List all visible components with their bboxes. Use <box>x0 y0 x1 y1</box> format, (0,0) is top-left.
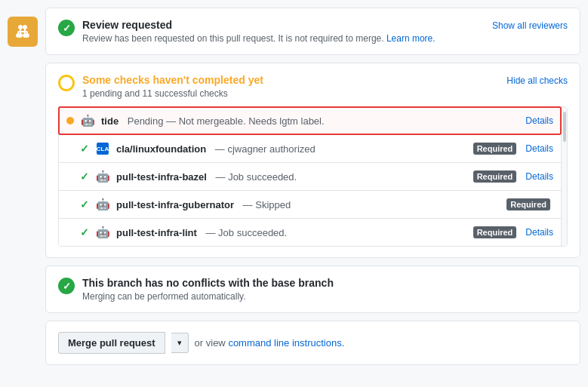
tide-name: tide <box>101 115 119 127</box>
gubernator-status-check: ✓ <box>80 198 89 210</box>
check-item-cla: ✓ CLA cla/linuxfoundation — cjwagner aut… <box>59 135 567 163</box>
branch-title: This branch has no conflicts with the ba… <box>82 277 334 289</box>
lint-status-check: ✓ <box>80 226 89 238</box>
check-item-tide: 🤖 tide Pending — Not mergeable. Needs lg… <box>59 107 567 135</box>
checks-subtitle: 1 pending and 11 successful checks <box>82 88 263 99</box>
hide-all-checks-link[interactable]: Hide all checks <box>506 75 568 86</box>
tide-details-link[interactable]: Details <box>525 115 553 126</box>
bazel-icon: 🤖 <box>95 169 110 184</box>
cla-icon: CLA <box>95 141 110 156</box>
checks-list-wrapper: 🤖 tide Pending — Not mergeable. Needs lg… <box>58 106 568 247</box>
show-all-reviewers-link[interactable]: Show all reviewers <box>492 20 568 31</box>
gubernator-name: pull-test-infra-gubernator <box>116 199 234 210</box>
gubernator-required-badge: Required <box>506 198 550 210</box>
checks-pending-icon <box>58 75 75 91</box>
gubernator-icon: 🤖 <box>95 197 110 212</box>
lint-details-link[interactable]: Details <box>525 227 553 238</box>
merge-dropdown-button[interactable]: ▾ <box>171 333 189 353</box>
branch-conflicts-card: ✓ This branch has no conflicts with the … <box>45 266 580 313</box>
bazel-name: pull-test-infra-bazel <box>116 171 207 183</box>
gubernator-desc: — Skipped <box>240 199 291 210</box>
checks-card: Some checks haven't completed yet 1 pend… <box>45 63 580 258</box>
lint-required-badge: Required <box>473 226 517 238</box>
command-line-instructions-link[interactable]: command line instructions. <box>228 337 344 349</box>
bazel-status-check: ✓ <box>80 170 89 183</box>
check-item-gubernator: ✓ 🤖 pull-test-infra-gubernator — Skipped… <box>59 191 567 219</box>
bazel-desc: — Job succeeded. <box>213 171 297 183</box>
review-subtitle: Review has been requested on this pull r… <box>82 33 436 44</box>
tide-icon: 🤖 <box>80 113 95 128</box>
lint-icon: 🤖 <box>95 225 110 240</box>
cla-name: cla/linuxfoundation <box>116 143 206 155</box>
cla-details-link[interactable]: Details <box>525 143 553 154</box>
review-status-icon: ✓ <box>58 20 75 36</box>
bazel-required-badge: Required <box>473 170 517 183</box>
branch-status-icon: ✓ <box>58 278 75 294</box>
branch-subtitle: Merging can be performed automatically. <box>82 291 334 302</box>
scrollbar[interactable] <box>561 107 567 246</box>
merge-dropdown-arrow: ▾ <box>177 338 182 347</box>
lint-name: pull-test-infra-lint <box>116 227 197 238</box>
bazel-details-link[interactable]: Details <box>525 171 553 182</box>
review-title: Review requested <box>82 19 436 31</box>
check-item-bazel: ✓ 🤖 pull-test-infra-bazel — Job succeede… <box>59 163 567 191</box>
merge-or-text: or view command line instructions. <box>195 337 345 349</box>
app-icon <box>8 17 38 47</box>
merge-pull-request-button[interactable]: Merge pull request <box>58 332 165 354</box>
lint-desc: — Job succeeded. <box>203 227 287 238</box>
checks-list: 🤖 tide Pending — Not mergeable. Needs lg… <box>58 106 568 247</box>
check-item-lint: ✓ 🤖 pull-test-infra-lint — Job succeeded… <box>59 219 567 246</box>
review-requested-card: ✓ Review requested Review has been reque… <box>45 8 580 55</box>
merge-section: Merge pull request ▾ or view command lin… <box>45 321 580 365</box>
cla-desc: — cjwagner authorized <box>212 143 316 155</box>
tide-status-dot <box>66 117 74 124</box>
checks-title: Some checks haven't completed yet <box>82 74 263 86</box>
scrollbar-thumb <box>563 112 566 142</box>
learn-more-link[interactable]: Learn more. <box>386 33 436 44</box>
cla-status-check: ✓ <box>80 143 89 155</box>
cla-required-badge: Required <box>473 143 517 155</box>
tide-desc: Pending — Not mergeable. Needs lgtm labe… <box>125 115 324 127</box>
